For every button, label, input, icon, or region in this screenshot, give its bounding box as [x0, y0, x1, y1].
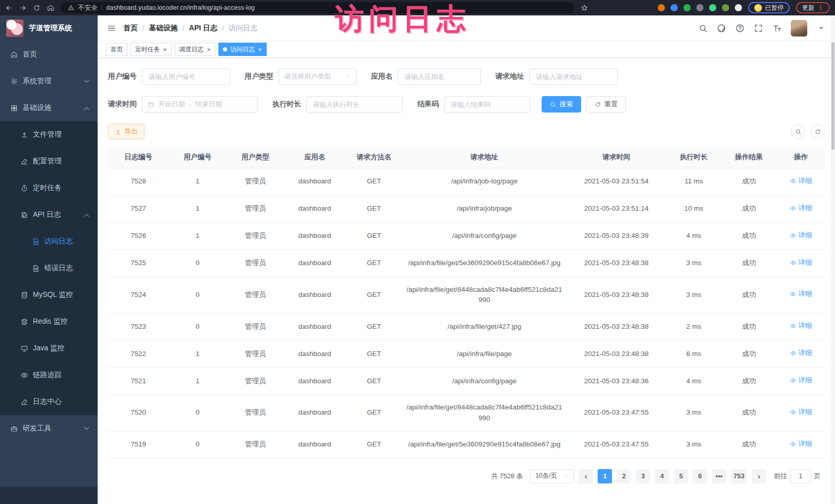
extension-icon[interactable]	[709, 4, 716, 11]
search-icon[interactable]	[698, 24, 708, 33]
request-url-input[interactable]	[529, 68, 618, 85]
update-label: 更新	[802, 4, 814, 12]
tag-home[interactable]: 首页	[106, 43, 127, 56]
sidebar-item-dev-tools[interactable]: 研发工具	[0, 415, 98, 442]
date-range-picker[interactable]: 开始日期 - 结束日期	[142, 96, 258, 113]
sidebar-item-job[interactable]: 定时任务	[0, 175, 98, 201]
chevron-down-icon[interactable]	[817, 24, 826, 33]
page-button-6[interactable]: 6	[693, 469, 707, 483]
reset-button[interactable]: 重置	[586, 96, 626, 113]
close-icon[interactable]: ×	[207, 46, 211, 53]
browser-back-icon[interactable]	[5, 4, 13, 12]
breadcrumb-item[interactable]: 首页	[123, 24, 138, 33]
tag-access-log[interactable]: 访问日志×	[218, 43, 267, 56]
sidebar-item-infra[interactable]: 基础设施	[0, 95, 98, 121]
sidebar-item-access-log[interactable]: 访问日志	[0, 228, 98, 255]
prev-page-button[interactable]: ‹	[579, 469, 593, 483]
detail-link[interactable]: 详细	[790, 257, 812, 268]
help-icon[interactable]	[735, 24, 745, 33]
page-size-select[interactable]: 10条/页	[530, 469, 574, 483]
cell-user_id: 1	[169, 368, 226, 395]
sidebar-item-home[interactable]: 首页	[0, 41, 98, 68]
detail-link[interactable]: 详细	[790, 203, 812, 214]
sidebar-item-tracing[interactable]: 链路追踪	[0, 362, 98, 388]
page-button-5[interactable]: 5	[674, 469, 688, 483]
user-type-select[interactable]: 请选择用户类型	[279, 68, 357, 85]
extension-icon[interactable]	[735, 4, 742, 11]
extension-icon[interactable]	[683, 4, 691, 11]
close-icon[interactable]: ×	[258, 46, 262, 53]
search-button[interactable]: 搜索	[542, 96, 581, 113]
browser-home-icon[interactable]	[47, 4, 54, 12]
sidebar-item-java[interactable]: Java 监控	[0, 335, 98, 362]
browser-reload-icon[interactable]	[33, 4, 41, 12]
detail-link[interactable]: 详细	[790, 375, 812, 386]
cell-time: 2021-05-03 23:51:54	[566, 169, 667, 196]
address-bar[interactable]: 不安全 dashboard.yudao.iocoder.cn/infra/log…	[61, 2, 574, 13]
detail-link[interactable]: 详细	[790, 230, 812, 241]
cell-duration: 3 ms	[667, 250, 720, 277]
sidebar-item-system[interactable]: 系统管理	[0, 68, 98, 95]
kebab-menu-icon[interactable]: ⋮	[818, 4, 824, 11]
extension-icon[interactable]	[671, 4, 678, 11]
bookmark-star-icon[interactable]	[581, 4, 588, 12]
scrollbar-thumb[interactable]	[831, 42, 834, 150]
next-page-button[interactable]: ›	[752, 469, 766, 483]
page-button-1[interactable]: 1	[598, 469, 612, 483]
paused-badge[interactable]: 已暂停	[748, 2, 790, 13]
detail-label: 详细	[799, 257, 812, 268]
filter-label: 应用名	[371, 72, 393, 81]
sidebar-item-redis[interactable]: Redis 监控	[0, 308, 98, 335]
app-logo-row[interactable]: 芋道管理系统	[0, 15, 98, 41]
sidebar-item-log-center[interactable]: 日志中心	[0, 388, 98, 415]
font-size-icon[interactable]	[772, 24, 782, 33]
eye-icon	[21, 371, 28, 379]
sidebar-item-mysql[interactable]: MySQL 监控	[0, 282, 98, 308]
tag-job-log[interactable]: 调度日志×	[175, 43, 216, 56]
close-icon[interactable]: ×	[163, 46, 167, 53]
extension-icon[interactable]	[658, 4, 665, 11]
fullscreen-icon[interactable]	[754, 24, 763, 33]
breadcrumb-item[interactable]: 基础设施	[149, 24, 178, 33]
page-button-3[interactable]: 3	[636, 469, 650, 483]
column-header: 请求时间	[566, 146, 667, 169]
sidebar-collapse-bar[interactable]	[0, 487, 98, 504]
tag-job[interactable]: 定时任务×	[131, 43, 172, 56]
page-button-4[interactable]: 4	[655, 469, 669, 483]
sidebar-item-api-log[interactable]: API 日志	[0, 201, 98, 228]
breadcrumb-item-current: 访问日志	[229, 24, 257, 33]
breadcrumb-item[interactable]: API 日志	[189, 24, 217, 33]
app-name-input[interactable]	[398, 68, 481, 85]
page-button-753[interactable]: 753	[731, 469, 747, 483]
detail-link[interactable]: 详细	[790, 176, 812, 186]
page-button-2[interactable]: 2	[617, 469, 631, 483]
user-avatar[interactable]	[791, 20, 807, 36]
result-code-input[interactable]	[444, 96, 530, 113]
export-button[interactable]: 导出	[108, 124, 144, 139]
extension-icon[interactable]	[696, 4, 703, 11]
goto-page-input[interactable]	[790, 469, 811, 483]
browser-forward-icon[interactable]	[19, 4, 27, 12]
hamburger-icon[interactable]	[107, 24, 116, 33]
github-icon[interactable]	[717, 24, 726, 33]
hide-search-button[interactable]	[791, 124, 805, 139]
detail-link[interactable]: 详细	[790, 407, 812, 418]
table-header-row: 日志编号用户编号用户类型应用名请求方法名请求地址请求时间执行时长操作结果操作	[108, 146, 825, 169]
update-button[interactable]: 更新 ⋮	[796, 2, 830, 13]
user-id-input[interactable]	[142, 68, 230, 85]
detail-link[interactable]: 详细	[790, 321, 812, 331]
window-scrollbar[interactable]	[831, 15, 835, 504]
sidebar-item-file[interactable]: 文件管理	[0, 121, 98, 148]
refresh-table-button[interactable]	[810, 124, 825, 139]
sidebar-item-config[interactable]: 配置管理	[0, 148, 98, 175]
table-row: 75200管理员dashboardGET/api/infra/file/get/…	[108, 395, 825, 431]
detail-link[interactable]: 详细	[790, 348, 812, 359]
detail-link[interactable]: 详细	[790, 289, 812, 300]
sidebar-item-error-log[interactable]: 错误日志	[0, 255, 98, 282]
detail-link[interactable]: 详细	[790, 439, 812, 450]
extension-icon[interactable]	[722, 4, 729, 11]
date-start-placeholder: 开始日期	[158, 100, 185, 109]
page-content: 用户编号 用户类型 请选择用户类型 应用名 请求地址 请求时间	[98, 58, 835, 494]
duration-input[interactable]	[306, 96, 403, 113]
more-pages-button[interactable]: •••	[712, 469, 726, 483]
